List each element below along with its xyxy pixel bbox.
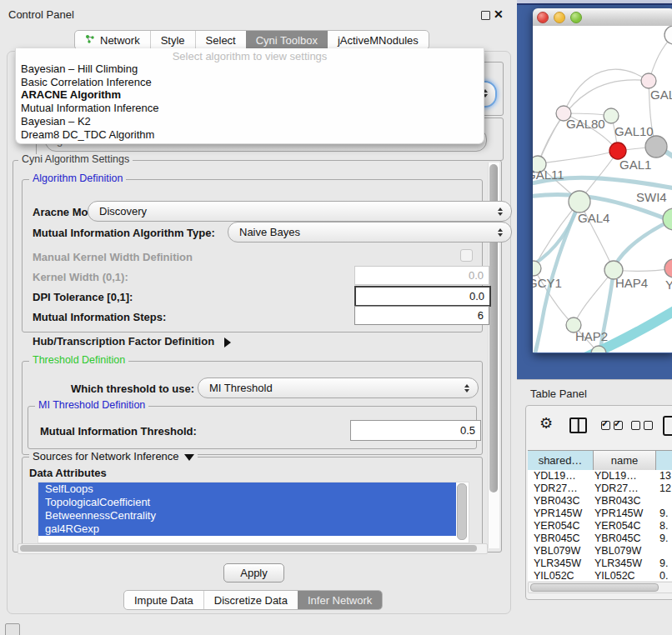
table-cell: YPR145W <box>594 508 653 519</box>
network-node-gal[interactable] <box>641 73 656 88</box>
minimize-window-icon[interactable] <box>554 12 565 23</box>
node-label-gal4: GAL4 <box>578 211 609 225</box>
zoom-window-icon[interactable] <box>570 12 582 23</box>
algorithm-option-aracne-algorithm[interactable]: ARACNE Algorithm <box>16 88 484 102</box>
manual-kernel-checkbox[interactable] <box>460 249 473 262</box>
select-all-icon[interactable] <box>601 421 623 430</box>
table-hscroll-thumb[interactable] <box>530 583 659 592</box>
node-label-swi4: SWI4 <box>636 190 667 204</box>
kernel-width-label: Kernel Width (0,1): <box>33 271 128 283</box>
network-node-gal10[interactable] <box>604 108 619 123</box>
network-node[interactable] <box>664 26 672 44</box>
deselect-all-icon[interactable] <box>631 421 653 430</box>
tab-cyni-toolbox[interactable]: Cyni Toolbox <box>246 31 328 49</box>
network-edge[interactable] <box>538 151 618 164</box>
table-row[interactable]: YBL079WYBL079W <box>528 545 672 558</box>
table-panel-box: ⚙ shared…name YDL19…YDL19…13YDR27…YDR27…… <box>525 405 672 600</box>
algorithm-option-mutual-information-inference[interactable]: Mutual Information Inference <box>16 102 484 115</box>
table-row[interactable]: YDL19…YDL19…13 <box>528 470 672 482</box>
network-node[interactable] <box>645 136 667 158</box>
network-node-gcy1[interactable] <box>533 261 541 276</box>
column-header-name[interactable]: name <box>594 451 656 470</box>
apply-button-label: Apply <box>240 567 268 579</box>
table-header: shared…name <box>528 450 672 471</box>
mi-type-combo[interactable]: Naive Bayes <box>228 222 512 242</box>
table-cell: YBR043C <box>534 495 592 507</box>
table-row[interactable]: YER054CYER054C8. <box>528 520 672 532</box>
algorithm-option-bayesian-k2[interactable]: Bayesian – K2 <box>16 115 484 128</box>
close-panel-icon[interactable]: ✕ <box>494 8 504 21</box>
settings-horizontal-scrollbar[interactable] <box>18 543 488 554</box>
attr-list-scrollbar[interactable] <box>456 482 466 541</box>
settings-hscroll-thumb[interactable] <box>20 545 477 552</box>
attribute-item-selfloops[interactable]: SelfLoops <box>38 482 456 496</box>
table-row[interactable]: YLR345WYLR345W9. <box>528 558 672 570</box>
unchecked-box-icon <box>631 421 640 430</box>
tab-network[interactable]: Network <box>75 31 150 49</box>
table-row[interactable]: YBR045CYBR045C9. <box>528 532 672 545</box>
network-node-swi4[interactable] <box>663 208 672 230</box>
algorithm-option-dream8-dc-tdc-algorithm[interactable]: Dream8 DC_TDC Algorithm <box>16 128 484 142</box>
which-threshold-combo[interactable]: MI Threshold <box>198 378 479 398</box>
attribute-item-betweennesscentrality[interactable]: BetweennessCentrality <box>38 509 456 522</box>
tab-infer-network[interactable]: Infer Network <box>298 591 382 609</box>
table-cell: YIL052C <box>594 570 653 581</box>
network-node-gal4[interactable] <box>569 191 590 212</box>
table-cell: 12 <box>659 482 672 494</box>
node-label-gal80: GAL80 <box>566 117 605 131</box>
table-cell: 9. <box>659 508 672 519</box>
table-panel-title: Table Panel <box>530 388 587 400</box>
apply-button[interactable]: Apply <box>223 563 284 582</box>
kernel-width-field[interactable]: 0.0 <box>354 266 489 285</box>
tab-style[interactable]: Style <box>150 31 195 49</box>
table-cell: YLR345W <box>594 558 653 569</box>
columns-icon[interactable] <box>569 418 587 433</box>
mi-steps-value: 6 <box>478 309 484 322</box>
sources-group-title[interactable]: Sources for Network Inference <box>29 451 198 462</box>
collapsed-panel-icon[interactable] <box>5 623 20 635</box>
collapsed-arrow-icon[interactable] <box>224 338 231 348</box>
data-attributes-list[interactable]: SelfLoopsTopologicalCoefficientBetweenne… <box>38 482 469 543</box>
network-window: GALGAL80GAL10GAL1GAL11SWI4GAL4GCY1HAP4YH… <box>533 8 672 353</box>
tab-jactivemnodules[interactable]: jActiveMNodules <box>328 31 429 49</box>
table-row[interactable]: YBR043CYBR043C <box>528 495 672 508</box>
table-row[interactable]: YPR145WYPR145W9. <box>528 508 672 520</box>
mi-steps-field[interactable]: 6 <box>354 306 489 325</box>
tab-discretize-data[interactable]: Discretize Data <box>203 591 298 609</box>
table-row[interactable]: YDR27…YDR27…12 <box>528 482 672 495</box>
tab-label: Select <box>206 34 236 47</box>
attr-list-scroll-thumb[interactable] <box>457 483 467 540</box>
tab-impute-data[interactable]: Impute Data <box>124 591 203 609</box>
attribute-item-gal4rgexp[interactable]: gal4RGexp <box>38 522 456 536</box>
network-window-titlebar[interactable] <box>533 8 672 27</box>
column-header-2[interactable] <box>656 451 672 470</box>
mi-threshold-field[interactable]: 0.5 <box>350 420 481 441</box>
node-label-gal1: GAL1 <box>619 158 651 172</box>
hub-definition-toggle[interactable]: Hub/Transcription Factor Definition <box>33 335 231 348</box>
algorithm-option-basic-correlation-inference[interactable]: Basic Correlation Inference <box>16 76 484 89</box>
table-horizontal-scrollbar[interactable] <box>528 582 672 593</box>
dpi-tolerance-field[interactable]: 0.0 <box>354 286 491 307</box>
close-window-icon[interactable] <box>537 12 549 23</box>
attribute-item-topologicalcoefficient[interactable]: TopologicalCoefficient <box>38 496 456 509</box>
aracne-mode-combo[interactable]: Discovery <box>88 201 512 222</box>
network-view[interactable]: GALGAL80GAL10GAL1GAL11SWI4GAL4GCY1HAP4YH… <box>533 26 672 352</box>
column-header-shared[interactable]: shared… <box>528 451 594 470</box>
hub-definition-label: Hub/Transcription Factor Definition <box>33 335 214 348</box>
network-edge[interactable] <box>564 69 649 113</box>
expanded-arrow-icon[interactable] <box>184 454 194 461</box>
tab-select[interactable]: Select <box>195 31 246 49</box>
network-node-y[interactable] <box>664 259 672 278</box>
algorithm-option-bayesian-hill-climbing[interactable]: Bayesian – Hill Climbing <box>16 62 484 76</box>
float-panel-icon[interactable] <box>481 11 490 20</box>
tab-label: Network <box>100 34 140 47</box>
algorithm-dropdown-popup: Select algorithm to view settings Bayesi… <box>15 48 484 144</box>
network-graph[interactable]: GALGAL80GAL10GAL1GAL11SWI4GAL4GCY1HAP4YH… <box>533 26 672 352</box>
table-doc-icon[interactable] <box>663 416 672 436</box>
algorithm-definition-title: Algorithm Definition <box>29 173 126 184</box>
dpi-tolerance-label: DPI Tolerance [0,1]: <box>33 291 133 303</box>
network-node-gal1[interactable] <box>609 142 626 159</box>
gear-icon[interactable]: ⚙ <box>539 416 553 431</box>
table-row[interactable]: YIL052CYIL052C0. <box>528 570 672 581</box>
panel-title: Control Panel <box>8 8 74 21</box>
